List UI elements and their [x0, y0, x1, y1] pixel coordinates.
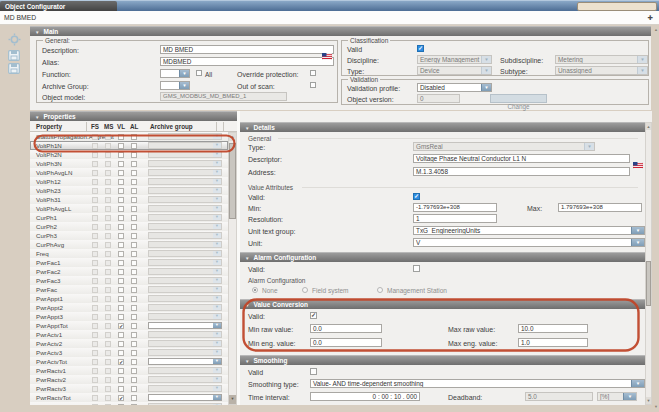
ms-checkbox[interactable]: [105, 314, 111, 320]
archive-group-dropdown[interactable]: ▼: [148, 367, 222, 374]
breadcrumb[interactable]: MD BMED: [4, 11, 36, 25]
archive-group-dropdown[interactable]: ▼: [148, 178, 222, 185]
property-row[interactable]: Freq▼: [30, 249, 228, 258]
archive-group-dropdown[interactable]: ▼: [148, 358, 222, 365]
property-row[interactable]: VoltPh2N▼: [30, 150, 228, 159]
fs-checkbox[interactable]: [92, 224, 98, 230]
min-eng-field[interactable]: 0.0: [310, 338, 382, 347]
fs-checkbox[interactable]: [92, 395, 98, 401]
archive-group-dropdown[interactable]: ▼: [148, 313, 222, 320]
archive-group-dropdown[interactable]: ▼: [148, 376, 222, 383]
vl-checkbox[interactable]: [118, 377, 124, 383]
al-checkbox[interactable]: [131, 251, 137, 257]
fs-checkbox[interactable]: [92, 269, 98, 275]
property-row[interactable]: PwrActv1▼: [30, 330, 228, 339]
archive-group-dropdown[interactable]: ▼: [148, 403, 222, 405]
ms-checkbox[interactable]: [105, 134, 111, 140]
fs-checkbox[interactable]: [92, 179, 98, 185]
pin-icon[interactable]: ✚: [648, 11, 653, 25]
out-of-scan-checkbox[interactable]: [310, 82, 316, 88]
vl-checkbox[interactable]: [118, 269, 124, 275]
al-checkbox[interactable]: [131, 305, 137, 311]
fs-checkbox[interactable]: [92, 134, 98, 140]
al-checkbox[interactable]: [131, 350, 137, 356]
fs-checkbox[interactable]: [92, 197, 98, 203]
alias-field[interactable]: MDBMED: [160, 57, 334, 66]
property-row[interactable]: VoltPh12▼: [30, 177, 228, 186]
ms-checkbox[interactable]: [105, 143, 111, 149]
vl-checkbox[interactable]: [118, 152, 124, 158]
fs-checkbox[interactable]: [92, 233, 98, 239]
al-checkbox[interactable]: [131, 386, 137, 392]
fs-checkbox[interactable]: [92, 206, 98, 212]
ms-checkbox[interactable]: [105, 332, 111, 338]
vl-checkbox[interactable]: [118, 134, 124, 140]
property-row[interactable]: CurPh2▼: [30, 222, 228, 231]
fs-checkbox[interactable]: [92, 143, 98, 149]
override-protection-checkbox[interactable]: [310, 70, 316, 76]
al-checkbox[interactable]: [131, 296, 137, 302]
vl-checkbox[interactable]: [118, 170, 124, 176]
description-field[interactable]: MD BMED: [160, 45, 334, 54]
max-raw-field[interactable]: 10.0: [518, 324, 588, 333]
ms-checkbox[interactable]: [105, 359, 111, 365]
al-checkbox[interactable]: [131, 314, 137, 320]
fs-checkbox[interactable]: [92, 278, 98, 284]
max-eng-field[interactable]: 1.0: [518, 338, 588, 347]
archive-group-dropdown[interactable]: ▼: [148, 331, 222, 338]
fs-checkbox[interactable]: [92, 404, 98, 406]
al-checkbox[interactable]: [131, 341, 137, 347]
archive-group-dropdown[interactable]: ▼: [148, 322, 222, 329]
ms-checkbox[interactable]: [105, 341, 111, 347]
scroll-up-button[interactable]: ▲: [654, 27, 658, 32]
vl-checkbox[interactable]: [118, 341, 124, 347]
conversion-valid-checkbox[interactable]: ✓: [310, 312, 317, 319]
fs-checkbox[interactable]: [92, 332, 98, 338]
al-checkbox[interactable]: [131, 269, 137, 275]
smoothing-type-dropdown[interactable]: Value- AND time-dependent smoothing ▼: [310, 379, 645, 388]
property-row[interactable]: PwrFac2▼: [30, 267, 228, 276]
al-checkbox[interactable]: [131, 278, 137, 284]
scroll-up-button[interactable]: ▲: [646, 123, 651, 130]
archive-group-dropdown[interactable]: ▼: [148, 142, 222, 149]
col-vl[interactable]: VL: [117, 121, 125, 132]
property-row[interactable]: PwrActv3▼: [30, 348, 228, 357]
ms-checkbox[interactable]: [105, 161, 111, 167]
ms-checkbox[interactable]: [105, 188, 111, 194]
archive-group-dropdown[interactable]: ▼: [160, 81, 190, 90]
archive-group-dropdown[interactable]: ▼: [148, 277, 222, 284]
all-checkbox[interactable]: [196, 70, 202, 76]
fs-checkbox[interactable]: [92, 386, 98, 392]
details-header[interactable]: ▼Details: [240, 122, 645, 132]
vl-checkbox[interactable]: [118, 215, 124, 221]
fs-checkbox[interactable]: [92, 215, 98, 221]
property-row[interactable]: EnActvCons1▼: [30, 402, 228, 405]
archive-group-dropdown[interactable]: ▼: [148, 214, 222, 221]
scroll-down-button[interactable]: ▼: [646, 397, 651, 404]
unit-dropdown[interactable]: V ▼: [413, 238, 645, 247]
fs-checkbox[interactable]: [92, 368, 98, 374]
vl-checkbox[interactable]: ✓: [118, 359, 124, 365]
archive-group-dropdown[interactable]: ▼: [148, 268, 222, 275]
al-checkbox[interactable]: [131, 152, 137, 158]
radio-field-system[interactable]: [302, 287, 308, 293]
fs-checkbox[interactable]: [92, 296, 98, 302]
vl-checkbox[interactable]: [118, 143, 124, 149]
ms-checkbox[interactable]: [105, 197, 111, 203]
fs-checkbox[interactable]: [92, 377, 98, 383]
ms-checkbox[interactable]: [105, 377, 111, 383]
alarm-valid-checkbox[interactable]: [413, 265, 420, 272]
fs-checkbox[interactable]: [92, 341, 98, 347]
min-raw-field[interactable]: 0.0: [310, 324, 382, 333]
al-checkbox[interactable]: [131, 179, 137, 185]
al-checkbox[interactable]: [131, 368, 137, 374]
property-row[interactable]: PwrRactv1▼: [30, 366, 228, 375]
classification-valid-checkbox[interactable]: ✓: [417, 45, 424, 52]
ms-checkbox[interactable]: [105, 287, 111, 293]
archive-group-dropdown[interactable]: ▼: [148, 205, 222, 212]
vl-checkbox[interactable]: [118, 206, 124, 212]
archive-group-dropdown[interactable]: ▼: [148, 385, 222, 392]
al-checkbox[interactable]: [131, 143, 137, 149]
al-checkbox[interactable]: [131, 395, 137, 401]
al-checkbox[interactable]: [131, 197, 137, 203]
